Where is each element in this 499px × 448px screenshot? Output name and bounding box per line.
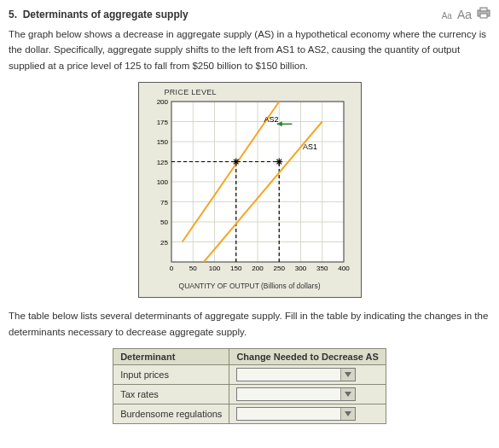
svg-text:AS2: AS2 — [264, 115, 278, 124]
change-dropdown[interactable] — [236, 387, 356, 401]
table-intro-paragraph: The table below lists several determinan… — [9, 308, 490, 340]
change-dropdown[interactable] — [236, 407, 356, 421]
chart-container: PRICE LEVEL AS2AS10501001502002503003504… — [9, 82, 490, 298]
table-row: Input prices — [113, 364, 386, 384]
table-row: Tax rates — [113, 384, 386, 404]
svg-text:200: 200 — [252, 265, 264, 272]
col-header-determinant: Determinant — [113, 348, 229, 364]
change-cell — [229, 384, 386, 404]
determinant-cell: Burdensome regulations — [113, 404, 229, 423]
chevron-down-icon — [340, 388, 355, 400]
svg-marker-57 — [345, 411, 351, 416]
determinants-table-wrap: Determinant Change Needed to Decrease AS… — [9, 348, 490, 424]
svg-marker-56 — [345, 392, 351, 397]
as-chart: AS2AS10501001502002503003504002550751001… — [148, 98, 352, 277]
x-axis-label: QUANTITY OF OUTPUT (Billions of dollars) — [148, 282, 352, 290]
svg-rect-1 — [480, 8, 487, 11]
chevron-down-icon — [340, 369, 355, 381]
svg-text:175: 175 — [156, 119, 168, 126]
svg-text:250: 250 — [273, 265, 285, 272]
change-cell — [229, 404, 386, 423]
svg-rect-2 — [480, 14, 487, 18]
svg-text:100: 100 — [156, 178, 168, 186]
change-cell — [229, 364, 386, 384]
font-decrease-button[interactable]: Aa — [442, 11, 452, 20]
svg-text:400: 400 — [338, 265, 350, 272]
table-row: Burdensome regulations — [113, 404, 386, 423]
determinant-cell: Input prices — [113, 364, 229, 384]
question-title-text: Determinants of aggregate supply — [23, 9, 189, 20]
intro-paragraph: The graph below shows a decrease in aggr… — [9, 26, 490, 73]
svg-text:150: 150 — [230, 265, 242, 272]
question-title: 5. Determinants of aggregate supply — [9, 9, 189, 20]
print-icon[interactable] — [477, 7, 490, 19]
chevron-down-icon — [340, 408, 355, 420]
question-number: 5. — [9, 9, 17, 20]
font-increase-button[interactable]: Aa — [457, 8, 472, 21]
svg-text:AS1: AS1 — [303, 143, 317, 152]
svg-text:100: 100 — [208, 265, 220, 272]
change-dropdown[interactable] — [236, 368, 356, 381]
determinants-table: Determinant Change Needed to Decrease AS… — [113, 348, 386, 424]
svg-text:300: 300 — [294, 265, 306, 272]
svg-text:0: 0 — [169, 265, 173, 272]
svg-text:50: 50 — [189, 265, 196, 272]
svg-text:350: 350 — [316, 265, 328, 272]
svg-text:75: 75 — [160, 199, 168, 207]
svg-text:50: 50 — [160, 218, 168, 226]
svg-text:150: 150 — [156, 138, 168, 146]
y-axis-label: PRICE LEVEL — [165, 88, 352, 96]
svg-text:25: 25 — [160, 239, 168, 247]
svg-marker-55 — [345, 372, 351, 377]
chart-box: PRICE LEVEL AS2AS10501001502002503003504… — [138, 82, 362, 298]
header-tools: Aa Aa — [442, 7, 490, 21]
question-header: 5. Determinants of aggregate supply Aa A… — [9, 7, 490, 21]
svg-text:200: 200 — [156, 98, 168, 106]
determinant-cell: Tax rates — [113, 384, 229, 404]
col-header-change: Change Needed to Decrease AS — [229, 348, 386, 364]
svg-text:125: 125 — [156, 159, 168, 166]
